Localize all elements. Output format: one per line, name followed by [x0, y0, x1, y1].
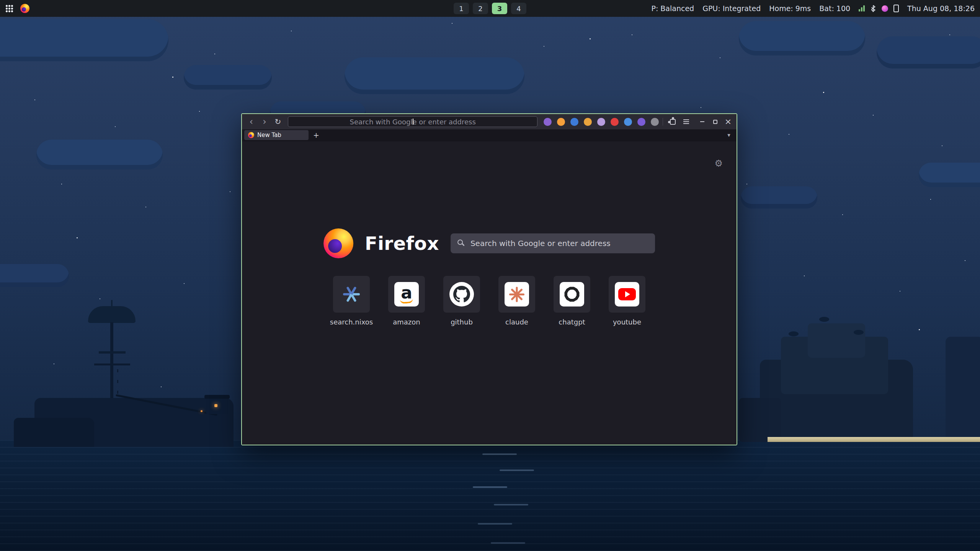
- shortcut-label: amazon: [393, 318, 420, 326]
- cloud: [184, 65, 272, 90]
- status-bar: 1 2 3 4 P: Balanced GPU: Integrated Home…: [0, 0, 980, 17]
- hut-window-light: [214, 404, 217, 407]
- shortcut-label: chatgpt: [559, 318, 585, 326]
- island-cliff: [808, 323, 865, 358]
- extension-4-icon[interactable]: [584, 118, 592, 126]
- workspace-1[interactable]: 1: [454, 3, 469, 14]
- palm-tree: [819, 317, 829, 322]
- statusbar-right: P: Balanced GPU: Integrated Home: 9ms Ba…: [651, 4, 975, 13]
- tab-bar: New Tab + ▾: [242, 129, 737, 141]
- shortcut-label: github: [451, 318, 473, 326]
- tower-roof: [88, 306, 136, 323]
- newtab-search-input[interactable]: [451, 233, 655, 253]
- icon-card: [615, 282, 639, 306]
- app-launcher-icon[interactable]: [5, 5, 13, 13]
- maximize-button[interactable]: [710, 116, 720, 127]
- palm-tree: [854, 330, 864, 335]
- shortcut-claude[interactable]: claude: [498, 276, 535, 326]
- extension-buttons: [544, 118, 659, 126]
- extension-6-icon[interactable]: [611, 118, 619, 126]
- palm-tree: [789, 331, 799, 336]
- cloud: [36, 140, 163, 170]
- extension-7-icon[interactable]: [624, 118, 632, 126]
- newtab-hero: Firefox: [323, 228, 655, 258]
- tile-card: [609, 276, 645, 313]
- gpu-status[interactable]: GPU: Integrated: [702, 4, 761, 13]
- close-button[interactable]: ×: [723, 116, 733, 127]
- extension-9-icon[interactable]: [651, 118, 659, 126]
- workspace-3-active[interactable]: 3: [492, 3, 507, 14]
- shortcut-label: search.nixos: [330, 318, 373, 326]
- icon-card: [449, 282, 474, 306]
- shortcut-search-nixos[interactable]: search.nixos: [333, 276, 370, 326]
- openai-knot-icon: [564, 286, 580, 303]
- icon-card: a: [394, 282, 419, 306]
- device-icon[interactable]: [893, 5, 899, 12]
- network-latency-status[interactable]: Home: 9ms: [769, 4, 811, 13]
- search-icon: [457, 240, 463, 245]
- amazon-a-icon: a: [400, 285, 413, 303]
- shortcut-tiles: search.nixos a amazon: [242, 276, 737, 326]
- shore-rocks: [14, 418, 94, 447]
- extension-5-icon[interactable]: [597, 118, 605, 126]
- shortcut-amazon[interactable]: a amazon: [388, 276, 425, 326]
- back-button[interactable]: ‹: [245, 116, 258, 127]
- ocean: [0, 440, 980, 551]
- battery-status[interactable]: Bat: 100: [819, 4, 850, 13]
- network-signal-icon[interactable]: [859, 5, 865, 11]
- tab-new-tab[interactable]: New Tab: [244, 130, 309, 140]
- tile-card: [443, 276, 480, 313]
- youtube-play-icon: [618, 288, 636, 300]
- hut: [206, 398, 228, 414]
- shortcut-label: youtube: [613, 318, 641, 326]
- tile-card: [333, 276, 370, 313]
- icon-card: [505, 282, 529, 306]
- window-controls: ×: [697, 116, 733, 127]
- personalize-gear-icon[interactable]: ⚙: [714, 158, 723, 169]
- cloud: [741, 186, 817, 209]
- clock[interactable]: Thu Aug 08, 18:26: [907, 4, 975, 13]
- tab-list-chevron-icon[interactable]: ▾: [724, 132, 734, 139]
- icon-card: [560, 282, 584, 306]
- cloud: [739, 21, 865, 55]
- bluetooth-icon[interactable]: [870, 5, 876, 12]
- dock-light: [201, 410, 203, 412]
- workspace-4[interactable]: 4: [511, 3, 526, 14]
- nixos-snowflake-icon: [341, 284, 362, 305]
- extension-3-icon[interactable]: [570, 118, 578, 126]
- minimize-button[interactable]: [697, 116, 707, 127]
- tile-card: [498, 276, 535, 313]
- reload-button[interactable]: ↻: [272, 116, 284, 127]
- island-cliff: [739, 398, 781, 442]
- tab-title: New Tab: [257, 132, 281, 139]
- new-tab-button[interactable]: +: [311, 130, 322, 140]
- tower-platform: [99, 351, 126, 354]
- browser-toolbar: ‹ › ↻ ×: [242, 114, 737, 129]
- app-menu-icon[interactable]: [683, 121, 689, 122]
- shortcut-chatgpt[interactable]: chatgpt: [554, 276, 590, 326]
- beach-strip: [768, 437, 980, 442]
- extension-2-icon[interactable]: [557, 118, 565, 126]
- tile-card: [554, 276, 590, 313]
- extension-8-icon[interactable]: [637, 118, 645, 126]
- color-profile-icon[interactable]: [882, 5, 888, 12]
- tower-beam: [94, 364, 130, 365]
- firefox-logo: [323, 228, 353, 258]
- shortcut-github[interactable]: github: [443, 276, 480, 326]
- statusbar-icons: [859, 5, 899, 12]
- extensions-menu-icon[interactable]: [670, 119, 676, 125]
- shortcut-youtube[interactable]: youtube: [609, 276, 645, 326]
- workspace-switcher: 1 2 3 4: [454, 3, 526, 14]
- extension-1-icon[interactable]: [544, 118, 552, 126]
- github-octocat-icon: [453, 286, 470, 303]
- forward-button[interactable]: ›: [258, 116, 271, 127]
- cloud: [877, 36, 980, 68]
- firefox-icon[interactable]: [20, 4, 29, 13]
- firefox-window: ‹ › ↻ × New Tab: [241, 113, 737, 445]
- cloud: [345, 57, 524, 94]
- power-profile-status[interactable]: P: Balanced: [651, 4, 694, 13]
- workspace-2[interactable]: 2: [473, 3, 488, 14]
- cloud: [919, 163, 980, 187]
- tile-card: a: [388, 276, 425, 313]
- cloud: [0, 19, 168, 61]
